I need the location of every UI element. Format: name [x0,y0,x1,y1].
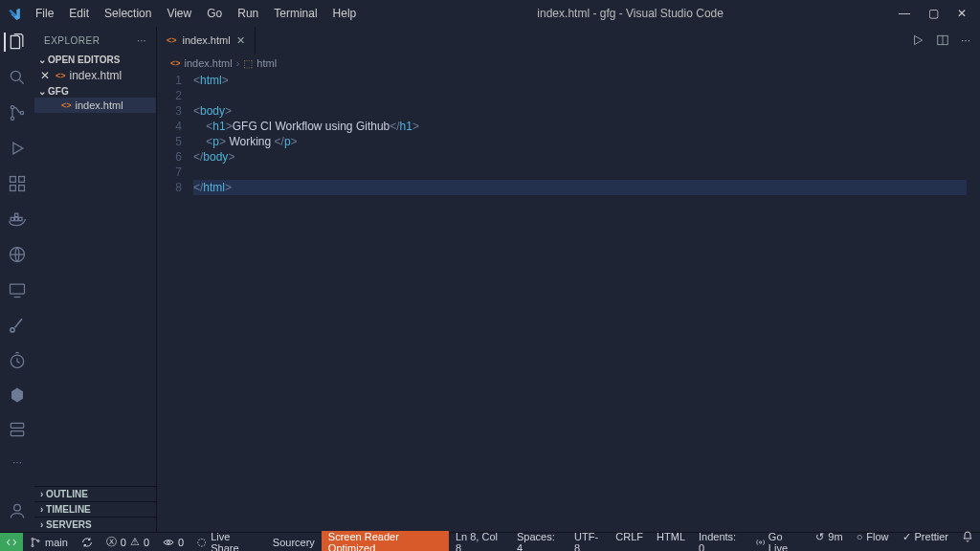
menu-selection[interactable]: Selection [98,3,158,24]
svg-rect-6 [19,186,25,191]
docker-icon[interactable] [6,209,29,229]
window-title: index.html - gfg - Visual Studio Code [363,7,898,20]
notifications-icon[interactable] [955,531,980,542]
svg-rect-5 [11,186,16,191]
slash-icon[interactable] [6,316,29,335]
svg-rect-16 [11,423,23,428]
file-item[interactable]: <> index.html [34,98,156,113]
menu-go[interactable]: Go [200,3,229,24]
close-editor-icon[interactable]: ✕ [38,68,52,83]
remote-indicator[interactable] [0,533,23,551]
sourcery-indicator[interactable]: Sourcery [266,533,322,551]
menu-edit[interactable]: Edit [62,3,96,24]
editor-group: <> index.html ✕ ··· <> index.html › ⬚ ht… [157,27,980,532]
explorer-more-icon[interactable]: ··· [137,35,146,46]
flow-indicator[interactable]: ○Flow [850,531,896,542]
svg-point-3 [20,111,23,114]
language-mode[interactable]: HTML [650,531,692,542]
more-icon[interactable]: ··· [6,455,29,469]
html-file-icon: <> [167,35,177,45]
tab-label: index.html [183,34,231,46]
file-label: index.html [76,99,123,111]
indents[interactable]: Indents: 0 [692,531,748,552]
section-servers[interactable]: › SERVERS [34,517,156,532]
svg-point-18 [14,504,21,511]
editor-tab[interactable]: <> index.html ✕ [157,27,256,54]
close-tab-icon[interactable]: ✕ [236,34,245,47]
svg-point-0 [11,71,20,80]
menu-help[interactable]: Help [326,3,364,24]
menu-run[interactable]: Run [231,3,265,24]
menu-view[interactable]: View [160,3,198,24]
menu-terminal[interactable]: Terminal [267,3,323,24]
open-editor-label: index.html [70,68,122,83]
html-file-icon: <> [61,100,72,110]
time-indicator[interactable]: ↺9m [809,531,849,543]
close-window-icon[interactable]: ✕ [955,7,969,20]
section-outline[interactable]: › OUTLINE [34,486,156,501]
symbol-icon: ⬚ [243,57,253,70]
status-bar: main ⓧ0⚠0 0 ◌Live Share Sourcery Screen … [0,532,980,551]
run-icon[interactable] [911,33,924,47]
indent-setting[interactable]: Spaces: 4 [510,531,568,552]
account-icon[interactable] [6,501,29,520]
code-editor[interactable]: 12345678 <html><body> <h1>GFG CI Workflo… [157,73,980,532]
section-timeline[interactable]: › TIMELINE [34,501,156,517]
vscode-logo-icon [6,5,23,22]
timer-icon[interactable] [6,351,29,370]
minimize-icon[interactable]: ― [898,7,911,20]
breadcrumb-file: index.html [185,57,233,69]
go-live-button[interactable]: Go Live [749,531,810,552]
eol[interactable]: CRLF [609,531,650,542]
editor-more-icon[interactable]: ··· [961,33,970,47]
explorer-icon[interactable] [4,33,29,52]
svg-point-25 [759,540,761,542]
menu-file[interactable]: File [29,3,60,24]
open-editor-item[interactable]: ✕ <> index.html [34,66,156,85]
breadcrumb-symbol: html [256,57,277,69]
open-editors-section[interactable]: ⌄OPEN EDITORS [34,54,156,66]
branch-indicator[interactable]: main [23,533,75,551]
encoding[interactable]: UTF-8 [568,531,609,552]
search-icon[interactable] [6,68,29,87]
maximize-icon[interactable]: ▢ [926,7,940,20]
svg-point-14 [11,328,14,332]
prettier-indicator[interactable]: ✓Prettier [896,531,955,543]
svg-point-22 [32,544,33,546]
server-icon[interactable] [6,420,29,439]
svg-point-21 [32,538,33,540]
svg-rect-11 [15,213,18,216]
split-editor-icon[interactable] [936,33,949,47]
cursor-position[interactable]: Ln 8, Col 8 [449,531,510,552]
live-share-button[interactable]: ◌Live Share [190,533,266,551]
svg-rect-17 [11,431,23,436]
ports-indicator[interactable]: 0 [156,533,190,551]
extensions-icon[interactable] [6,174,29,193]
sync-indicator[interactable] [75,533,100,551]
editor-tabs: <> index.html ✕ ··· [157,27,980,54]
svg-point-24 [167,540,170,543]
svg-point-1 [11,106,13,109]
breadcrumbs[interactable]: <> index.html › ⬚ html [157,54,980,73]
svg-rect-8 [11,217,13,220]
explorer-title: EXPLORER [44,35,100,46]
folder-section[interactable]: ⌄GFG [34,85,156,98]
explorer-sidebar: EXPLORER ··· ⌄OPEN EDITORS ✕ <> index.ht… [34,27,157,532]
source-control-icon[interactable] [6,103,29,122]
title-bar: FileEditSelectionViewGoRunTerminalHelp i… [0,0,980,27]
html-file-icon: <> [56,68,66,83]
html-file-icon: <> [170,58,181,68]
svg-rect-10 [19,217,22,220]
remote-icon[interactable] [6,245,29,264]
hex-icon[interactable] [6,386,29,404]
live-share-icon[interactable] [6,280,29,299]
svg-point-2 [11,117,13,120]
code-area[interactable]: <html><body> <h1>GFG CI Workflow using G… [193,73,980,532]
screen-reader-indicator[interactable]: Screen Reader Optimized [322,531,449,552]
svg-rect-13 [11,284,25,294]
activity-bar: ··· [0,27,34,532]
menu-bar: FileEditSelectionViewGoRunTerminalHelp [29,3,363,24]
debug-icon[interactable] [6,139,29,158]
problems-indicator[interactable]: ⓧ0⚠0 [100,533,156,551]
svg-rect-4 [11,177,16,183]
